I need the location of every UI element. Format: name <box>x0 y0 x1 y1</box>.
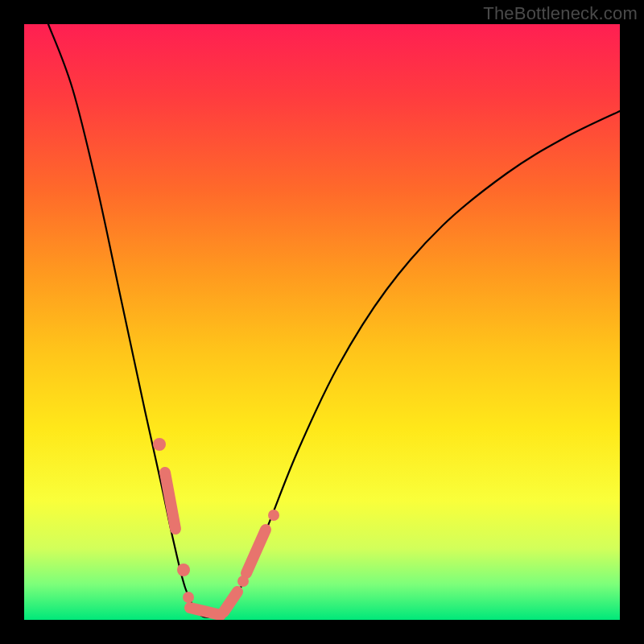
marker-dot-0 <box>153 438 166 451</box>
curve-layer <box>48 24 620 617</box>
marker-segment-0 <box>165 473 175 529</box>
plot-area <box>24 24 620 620</box>
marker-dot-4 <box>268 510 279 521</box>
marker-segment-2 <box>246 530 266 573</box>
marker-dot-2 <box>183 592 194 603</box>
watermark-text: TheBottleneck.com <box>483 3 638 24</box>
marker-segment-1 <box>224 592 237 612</box>
chart-frame: TheBottleneck.com <box>0 0 644 644</box>
marker-dot-1 <box>177 564 190 576</box>
chart-overlay-svg <box>24 24 620 620</box>
marker-segment-3 <box>190 608 221 615</box>
marker-layer <box>153 438 279 615</box>
bottleneck-curve <box>48 24 620 617</box>
marker-dot-3 <box>237 576 249 587</box>
